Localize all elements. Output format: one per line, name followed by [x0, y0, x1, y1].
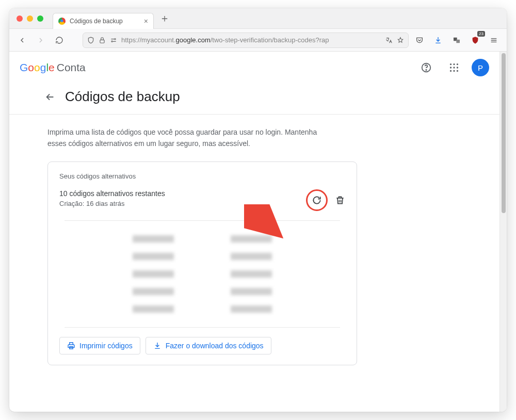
svg-point-11 [453, 67, 455, 68]
svg-point-1 [115, 38, 116, 39]
browser-toolbar: https://myaccount.google.com/two-step-ve… [9, 29, 507, 52]
codes-grid [64, 220, 340, 328]
svg-point-13 [450, 70, 452, 72]
code-cell [133, 305, 174, 313]
translate-ext-icon[interactable] [449, 33, 464, 48]
close-window-button[interactable] [17, 15, 23, 22]
maximize-window-button[interactable] [37, 15, 43, 22]
codes-remaining: 10 códigos alternativos restantes [59, 189, 306, 198]
window-controls [17, 15, 43, 22]
svg-point-7 [450, 63, 452, 65]
download-codes-button[interactable]: Fazer o download dos códigos [146, 337, 271, 354]
tab-close-button[interactable]: × [144, 17, 148, 25]
code-cell [231, 270, 272, 278]
url-bar[interactable]: https://myaccount.google.com/two-step-ve… [83, 33, 409, 48]
svg-point-15 [457, 70, 458, 72]
backup-codes-card: Seus códigos alternativos 10 códigos alt… [47, 161, 357, 365]
download-button-label: Fazer o download dos códigos [166, 342, 264, 350]
svg-rect-0 [100, 40, 104, 43]
download-icon [153, 342, 162, 350]
titlebar: Códigos de backup × ＋ [9, 8, 507, 29]
google-logo[interactable]: Google Conta [20, 61, 86, 74]
svg-point-2 [111, 41, 112, 42]
svg-point-6 [426, 70, 426, 70]
browser-tab[interactable]: Códigos de backup × [53, 13, 154, 29]
downloads-icon[interactable] [430, 33, 446, 48]
svg-point-8 [453, 63, 455, 65]
code-cell [133, 253, 174, 260]
page-title: Códigos de backup [65, 89, 180, 105]
nav-back-button[interactable] [14, 33, 30, 48]
avatar[interactable]: P [472, 59, 489, 76]
code-cell [133, 235, 174, 243]
page-back-button[interactable] [44, 91, 56, 103]
page-description: Imprima uma lista de códigos que você po… [9, 115, 345, 157]
scrollbar-thumb[interactable] [502, 53, 506, 213]
code-cell [231, 288, 272, 295]
product-name: Conta [57, 61, 86, 74]
url-text: https://myaccount.google.com/two-step-ve… [121, 36, 381, 44]
menu-icon[interactable] [486, 33, 502, 48]
delete-codes-button[interactable] [335, 195, 345, 205]
minimize-window-button[interactable] [27, 15, 33, 22]
print-codes-button[interactable]: Imprimir códigos [59, 337, 140, 354]
bookmark-icon[interactable] [397, 37, 404, 44]
code-cell [231, 253, 272, 260]
scrollbar[interactable] [499, 52, 507, 412]
app-header: Google Conta P [9, 52, 499, 84]
svg-point-14 [453, 70, 455, 72]
svg-point-10 [450, 67, 452, 68]
code-cell [133, 288, 174, 295]
code-cell [231, 235, 272, 243]
print-button-label: Imprimir códigos [79, 342, 133, 350]
print-icon [67, 342, 75, 350]
tab-title: Códigos de backup [70, 18, 123, 25]
svg-rect-4 [456, 39, 460, 43]
shield-icon [87, 37, 94, 44]
ublock-icon[interactable]: 23 [467, 33, 483, 48]
refresh-codes-button[interactable] [306, 189, 328, 211]
permissions-icon [110, 37, 117, 44]
tab-favicon [58, 18, 66, 25]
code-cell [231, 305, 272, 313]
new-tab-button[interactable]: ＋ [158, 12, 171, 25]
lock-icon [99, 37, 106, 44]
apps-grid-icon[interactable] [444, 57, 464, 78]
pocket-icon[interactable] [412, 33, 427, 48]
code-cell [133, 270, 174, 278]
reload-button[interactable] [52, 33, 67, 48]
nav-forward-button[interactable] [33, 33, 49, 48]
card-label: Seus códigos alternativos [59, 172, 345, 180]
svg-point-12 [457, 67, 458, 68]
codes-created: Criação: 16 dias atrás [59, 200, 306, 207]
translate-icon[interactable] [385, 37, 393, 44]
svg-point-9 [457, 63, 458, 65]
help-icon[interactable] [416, 57, 437, 78]
ublock-badge: 23 [477, 31, 485, 37]
page-title-row: Códigos de backup [9, 84, 499, 115]
